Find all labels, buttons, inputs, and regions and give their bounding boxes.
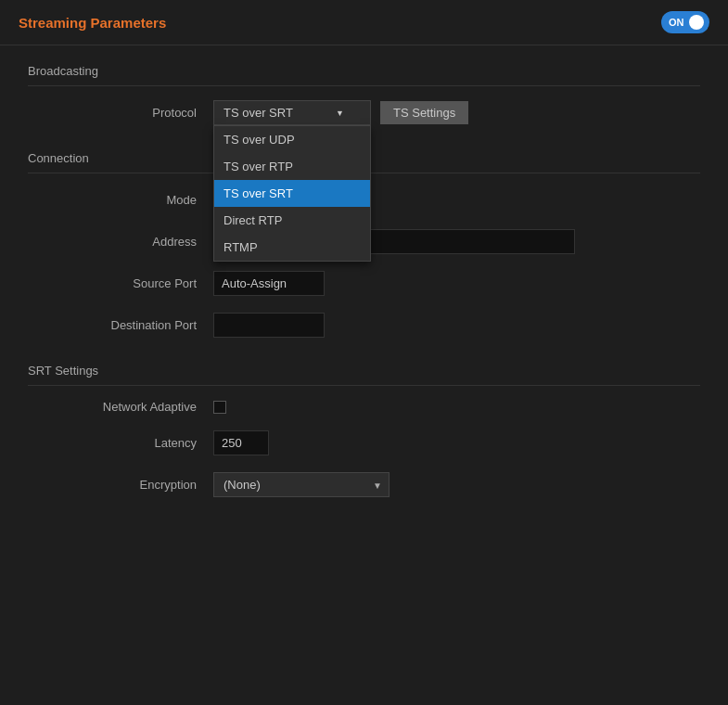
srt-settings-section-title: SRT Settings xyxy=(28,354,700,386)
protocol-row: Protocol TS over SRT ▼ TS over UDP TS ov… xyxy=(28,100,700,125)
dropdown-item-ts-rtp[interactable]: TS over RTP xyxy=(214,153,370,180)
destination-port-label: Destination Port xyxy=(28,318,213,332)
encryption-row: Encryption (None) AES-128 AES-256 ▼ xyxy=(28,472,700,497)
mode-label: Mode xyxy=(28,193,213,207)
toggle-switch[interactable]: ON xyxy=(661,11,709,33)
protocol-selected-text: TS over SRT xyxy=(224,106,293,120)
source-port-control-area xyxy=(213,271,700,296)
dropdown-item-ts-srt[interactable]: TS over SRT xyxy=(214,180,370,207)
destination-port-row: Destination Port xyxy=(28,313,700,338)
protocol-label: Protocol xyxy=(28,106,213,120)
page-container: Streaming Parameters ON Broadcasting Pro… xyxy=(0,0,728,705)
network-adaptive-row: Network Adaptive xyxy=(28,400,700,414)
source-port-row: Source Port xyxy=(28,271,700,296)
encryption-label: Encryption xyxy=(28,478,213,492)
toggle-knob xyxy=(689,15,704,30)
network-adaptive-checkbox[interactable] xyxy=(213,401,226,414)
protocol-selected[interactable]: TS over SRT ▼ xyxy=(213,100,371,125)
encryption-control-area: (None) AES-128 AES-256 ▼ xyxy=(213,472,700,497)
latency-input[interactable] xyxy=(213,430,269,455)
broadcasting-section-title: Broadcasting xyxy=(28,55,700,86)
header: Streaming Parameters ON xyxy=(0,0,728,45)
dropdown-item-direct-rtp[interactable]: Direct RTP xyxy=(214,207,370,234)
ts-settings-button[interactable]: TS Settings xyxy=(380,101,468,124)
address-label: Address xyxy=(28,235,213,249)
encryption-select[interactable]: (None) AES-128 AES-256 xyxy=(213,472,390,497)
content-area: Broadcasting Protocol TS over SRT ▼ TS o… xyxy=(0,45,728,532)
source-port-label: Source Port xyxy=(28,276,213,290)
network-adaptive-label: Network Adaptive xyxy=(28,400,213,414)
destination-port-control-area xyxy=(213,313,700,338)
protocol-control-area: TS over SRT ▼ TS over UDP TS over RTP TS… xyxy=(213,100,700,125)
protocol-dropdown-list: TS over UDP TS over RTP TS over SRT Dire… xyxy=(213,125,371,262)
network-adaptive-control-area xyxy=(213,401,700,414)
toggle-label: ON xyxy=(669,17,684,28)
latency-control-area xyxy=(213,430,700,455)
dropdown-item-rtmp[interactable]: RTMP xyxy=(214,234,370,261)
destination-port-input[interactable] xyxy=(213,313,325,338)
protocol-dropdown[interactable]: TS over SRT ▼ TS over UDP TS over RTP TS… xyxy=(213,100,371,125)
page-title: Streaming Parameters xyxy=(19,15,166,31)
latency-label: Latency xyxy=(28,436,213,450)
encryption-select-wrapper: (None) AES-128 AES-256 ▼ xyxy=(213,472,390,497)
source-port-input[interactable] xyxy=(213,271,325,296)
protocol-chevron: ▼ xyxy=(336,109,344,118)
latency-row: Latency xyxy=(28,430,700,455)
dropdown-item-ts-udp[interactable]: TS over UDP xyxy=(214,126,370,153)
